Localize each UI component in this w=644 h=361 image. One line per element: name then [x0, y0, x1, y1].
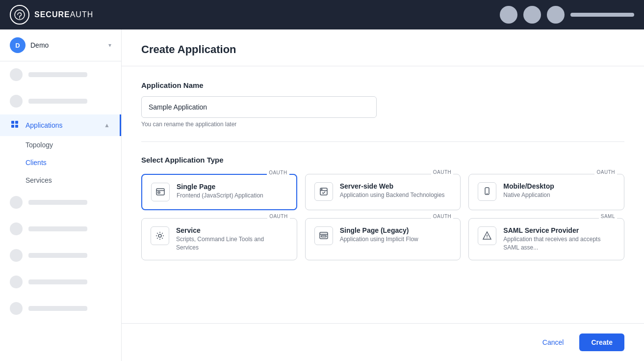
card-text: Mobile/Desktop Native Application [503, 182, 554, 199]
placeholder-circle [10, 196, 23, 209]
card-inner: Server-side Web Application using Backen… [314, 182, 452, 201]
sidebar-item-topology[interactable]: Topology [0, 136, 121, 154]
svg-rect-8 [158, 192, 160, 194]
app-name-label: Application Name [141, 81, 624, 89]
single-page-legacy-icon [314, 226, 333, 245]
service-icon [151, 226, 169, 245]
saml-icon [478, 226, 496, 245]
sidebar-placeholder-3 [0, 189, 121, 216]
placeholder-circle [10, 302, 23, 315]
oauth-badge-mobile: OAUTH [594, 169, 617, 175]
card-inner: Mobile/Desktop Native Application [478, 182, 615, 201]
nav-user-bar [570, 13, 634, 17]
placeholder-circle [10, 249, 23, 262]
card-text: SAML Service Provider Application that r… [503, 226, 615, 252]
card-text: Single Page (Legacy) Application using I… [340, 226, 418, 244]
org-name: Demo [30, 41, 103, 49]
card-mobile-desktop[interactable]: OAUTH Mobile/Desktop Native Applicatio [468, 174, 624, 210]
sidebar-item-clients[interactable]: Clients [0, 154, 121, 171]
placeholder-circle [10, 276, 23, 288]
page-footer: Cancel Create [122, 323, 644, 361]
page-title: Create Application [141, 43, 624, 56]
app-type-title: Select Application Type [141, 156, 624, 164]
topnav-right [500, 6, 634, 24]
section-divider [141, 141, 624, 142]
card-text: Service Scripts, Command Line Tools and … [176, 226, 288, 252]
card-title-service: Service [176, 226, 288, 234]
server-side-icon [314, 182, 333, 201]
svg-point-19 [487, 237, 488, 238]
svg-rect-16 [321, 236, 326, 237]
top-navbar: SECUREAUTH [0, 0, 644, 29]
org-avatar: D [10, 37, 26, 53]
placeholder-circle [10, 222, 23, 235]
svg-point-1 [19, 18, 20, 19]
cancel-button[interactable]: Cancel [533, 333, 574, 351]
placeholder-bar [28, 279, 87, 284]
oauth-badge-service: OAUTH [267, 214, 290, 219]
sidebar-placeholder-6 [0, 269, 121, 295]
sidebar-placeholder-4 [0, 216, 121, 242]
card-inner: Service Scripts, Command Line Tools and … [151, 226, 288, 252]
svg-rect-2 [11, 121, 14, 124]
card-server-side-web[interactable]: OAUTH Server-sid [305, 174, 461, 210]
svg-point-12 [487, 193, 488, 194]
placeholder-bar [28, 72, 87, 77]
svg-rect-3 [15, 121, 18, 124]
mobile-desktop-icon [478, 182, 496, 201]
org-chevron-icon: ▾ [108, 42, 111, 49]
card-saml[interactable]: SAML SAML Service Provider [468, 218, 624, 260]
card-title-saml: SAML Service Provider [503, 226, 615, 234]
card-service[interactable]: OAUTH Service Scripts, Command Line To [141, 218, 297, 260]
logo-icon [10, 5, 29, 25]
nav-avatar-1[interactable] [500, 6, 517, 24]
card-inner: SAML Service Provider Application that r… [478, 226, 615, 252]
oauth-badge-server-side: OAUTH [431, 169, 454, 175]
logo: SECUREAUTH [10, 5, 93, 25]
org-selector[interactable]: D Demo ▾ [0, 29, 121, 61]
nav-avatar-3[interactable] [547, 6, 565, 24]
card-desc-service: Scripts, Command Line Tools and Services [176, 235, 288, 252]
oauth-badge-legacy: OAUTH [431, 214, 454, 219]
sidebar-item-applications[interactable]: Applications ▲ [0, 114, 121, 136]
oauth-badge-single-page: OAUTH [267, 170, 289, 175]
applications-icon [10, 120, 20, 130]
applications-label: Applications [26, 121, 63, 129]
page-body: Application Name You can rename the appl… [122, 66, 644, 323]
page-header: Create Application [122, 29, 644, 66]
placeholder-bar [28, 200, 87, 205]
app-name-hint: You can rename the application later [141, 121, 624, 128]
card-inner: Single Page Frontend (JavaScript) Applic… [151, 183, 287, 201]
card-title-server-side: Server-side Web [340, 182, 445, 190]
main-content: Create Application Application Name You … [122, 29, 644, 361]
app-name-input[interactable] [141, 96, 377, 118]
card-desc-single-page: Frontend (JavaScript) Application [177, 192, 263, 200]
placeholder-bar [28, 306, 87, 311]
card-single-page[interactable]: OAUTH Single Page F [141, 174, 297, 210]
card-desc-saml: Application that receives and accepts SA… [503, 235, 615, 252]
placeholder-bar [28, 253, 87, 258]
placeholder-circle [10, 68, 23, 81]
app-name-section: Application Name You can rename the appl… [141, 81, 624, 128]
sidebar-item-services[interactable]: Services [0, 171, 121, 189]
sidebar-placeholder-2 [0, 88, 121, 114]
svg-rect-5 [15, 125, 18, 128]
card-desc-legacy: Application using Implicit Flow [340, 235, 418, 244]
card-text: Server-side Web Application using Backen… [340, 182, 445, 199]
applications-chevron-icon: ▲ [104, 122, 110, 129]
sidebar-placeholder-5 [0, 242, 121, 269]
card-title-single-page: Single Page [177, 183, 263, 191]
app-type-section: Select Application Type OAUTH [141, 156, 624, 260]
placeholder-bar [28, 99, 87, 104]
create-button[interactable]: Create [579, 333, 624, 351]
sidebar: D Demo ▾ Applications ▲ [0, 29, 122, 361]
sidebar-placeholder-7 [0, 295, 121, 322]
logo-text: SECUREAUTH [34, 10, 93, 19]
placeholder-bar [28, 226, 87, 231]
placeholder-circle [10, 95, 23, 108]
saml-badge: SAML [599, 214, 617, 219]
card-title-legacy: Single Page (Legacy) [340, 226, 418, 234]
card-desc-mobile: Native Application [503, 191, 554, 199]
card-single-page-legacy[interactable]: OAUTH Single Page (Legacy) [305, 218, 461, 260]
nav-avatar-2[interactable] [523, 6, 541, 24]
